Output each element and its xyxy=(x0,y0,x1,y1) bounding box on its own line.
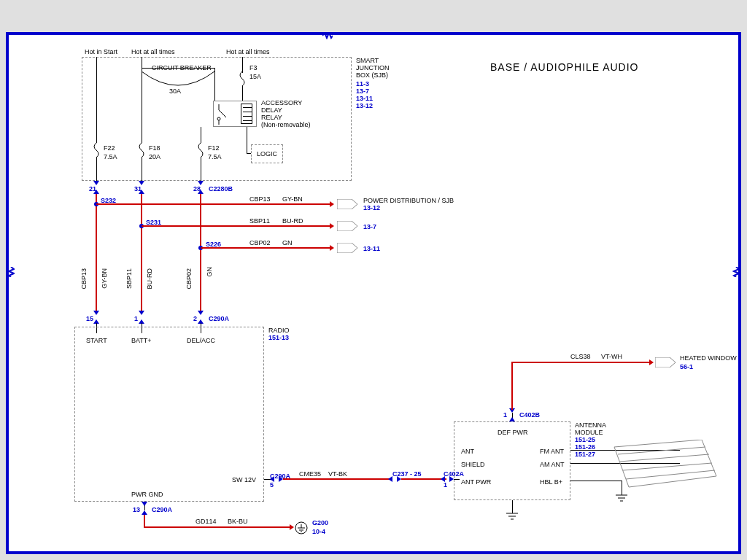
fuse-icon xyxy=(93,143,99,158)
wire-red xyxy=(511,362,513,410)
dist-ref: 13-12 xyxy=(363,204,380,211)
relay-contact-icon xyxy=(215,104,237,125)
notch-icon xyxy=(7,267,15,277)
svg-point-2 xyxy=(217,117,220,120)
conn-name: C290A xyxy=(209,315,229,322)
wire xyxy=(242,57,243,73)
fuse-icon xyxy=(139,143,144,158)
relay-label: (Non-removable) xyxy=(261,121,311,128)
conn-pin: 1 xyxy=(134,315,138,322)
dist-ref: 13-11 xyxy=(363,245,380,252)
logic-label: LOGIC xyxy=(257,150,277,158)
f3-label: F3 xyxy=(249,64,258,71)
radio-ref: 151-13 xyxy=(268,334,289,341)
heated-ref: 56-1 xyxy=(680,363,693,370)
wire-name-vert: CBP13 xyxy=(80,268,88,289)
wire-color: VT-WH xyxy=(601,353,622,360)
antmod-port: ANT PWR xyxy=(461,478,491,486)
conn-pin: 1 xyxy=(444,481,447,489)
circuit-breaker-icon xyxy=(142,70,214,88)
ground-icon xyxy=(505,512,519,522)
sjb-ref: 13-7 xyxy=(356,88,369,95)
arrow-right-icon xyxy=(330,223,334,229)
wire-color-vert: BU-RD xyxy=(146,268,153,289)
arrow-down-icon xyxy=(139,181,144,185)
radio-port: PWR GND xyxy=(131,491,163,498)
hot-label: Hot at all times xyxy=(131,48,175,55)
diagram-title: BASE / AUDIOPHILE AUDIO xyxy=(490,61,639,73)
wire-color-vert: GN xyxy=(206,267,213,277)
wire-color: GN xyxy=(282,239,293,246)
conn-name: C2280B xyxy=(209,185,233,192)
antmod-port: HBL B+ xyxy=(540,478,562,486)
wire-name-vert: SBP11 xyxy=(125,268,133,289)
arrow-left-icon xyxy=(270,476,274,482)
f12-label: F12 xyxy=(208,144,220,152)
arrow-right-icon xyxy=(649,359,654,365)
wire-color: BU-RD xyxy=(282,217,303,225)
wire-red xyxy=(283,478,392,480)
relay-coil-icon xyxy=(241,104,252,124)
wire xyxy=(142,158,142,181)
wire xyxy=(454,479,460,480)
connector-icon xyxy=(337,199,357,209)
fuse-icon xyxy=(239,71,245,86)
wire-color: BK-BU xyxy=(228,518,248,525)
conn-name: C290A xyxy=(152,506,172,513)
conn-pin: 5 xyxy=(270,481,274,489)
wire xyxy=(96,158,97,181)
radio-port: BATT+ xyxy=(131,337,152,344)
antmod-port: SHIELD xyxy=(461,461,485,468)
f22-amp: 7.5A xyxy=(104,153,117,160)
sjb-label: BOX (SJB) xyxy=(356,71,388,79)
wire-color: VT-BK xyxy=(328,470,347,478)
arrow-down-icon xyxy=(139,311,144,315)
arrow-left-icon xyxy=(441,476,445,482)
sjb-ref: 11-3 xyxy=(356,80,369,88)
wire xyxy=(214,68,215,101)
svg-line-15 xyxy=(618,447,705,454)
arrow-right-icon xyxy=(290,524,294,530)
diagram-frame: BASE / AUDIOPHILE AUDIO SMART JUNCTION B… xyxy=(6,32,741,554)
wire xyxy=(247,127,247,153)
wire xyxy=(96,57,97,143)
f3-amp: 15A xyxy=(249,73,261,80)
svg-line-17 xyxy=(623,463,712,470)
wire-red xyxy=(201,247,330,249)
dist-label: POWER DISTRIBUTION / SJB xyxy=(363,197,454,204)
heated-label: HEATED WINDOW xyxy=(680,354,737,362)
antenna-grid-icon xyxy=(607,440,724,491)
wire-red xyxy=(96,194,97,311)
sjb-ref: 13-12 xyxy=(356,102,373,109)
f18-label: F18 xyxy=(149,144,160,152)
connector-icon xyxy=(337,243,357,253)
relay-label: RELAY xyxy=(261,114,282,121)
wire-color-vert: GY-BN xyxy=(101,268,108,289)
f22-label: F22 xyxy=(104,144,115,152)
antmod-ref: 151-25 xyxy=(575,436,595,443)
antmod-port: DEF PWR xyxy=(498,429,528,436)
wire-name: CLS38 xyxy=(570,353,591,360)
wire-red xyxy=(96,203,330,205)
arrow-down-icon xyxy=(198,311,204,315)
antmod-label: ANTENNA xyxy=(575,421,606,429)
wire-red xyxy=(401,478,446,480)
wire-name: CBP02 xyxy=(249,239,271,246)
sjb-ref: 13-11 xyxy=(356,95,373,102)
conn-pin: 2 xyxy=(193,315,197,322)
wire xyxy=(201,127,201,143)
wire xyxy=(247,153,251,154)
radio-box xyxy=(74,327,264,502)
antmod-ref: 151-27 xyxy=(575,451,595,458)
arrow-down-icon xyxy=(93,181,99,185)
wire-name: GD114 xyxy=(196,518,217,525)
wire-red xyxy=(200,194,201,311)
arrow-right-icon xyxy=(330,245,334,251)
radio-label: RADIO xyxy=(268,327,290,334)
antmod-port: AM ANT xyxy=(540,461,565,468)
conn-pin: 1 xyxy=(503,411,507,419)
ground-icon xyxy=(295,521,309,534)
conn-pin: 13 xyxy=(133,506,140,513)
notch-icon xyxy=(322,32,333,39)
wire-red xyxy=(141,194,142,311)
